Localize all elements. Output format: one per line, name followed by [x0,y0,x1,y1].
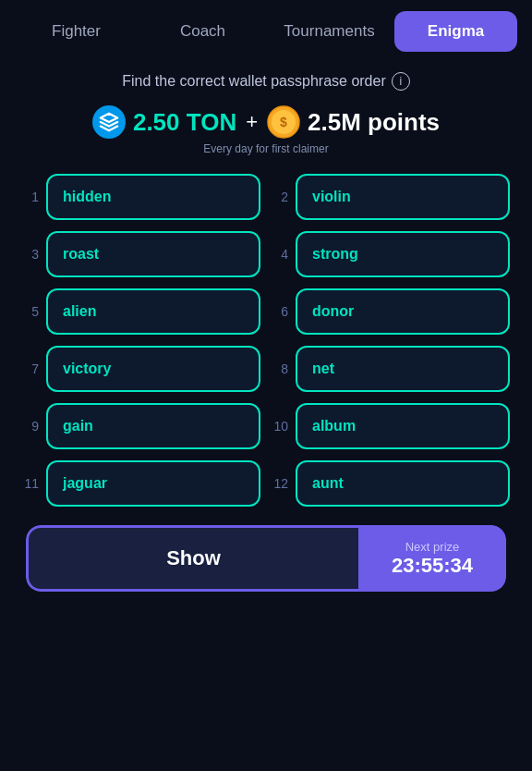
word-number: 12 [272,476,288,491]
countdown-timer: 23:55:34 [392,554,473,578]
word-box[interactable]: victory [46,346,260,392]
word-number: 2 [272,190,288,204]
word-cell-12: 12aunt [272,460,510,507]
instruction-text: Find the correct wallet passphrase order… [22,72,510,91]
plus-sign: + [246,110,258,134]
word-cell-8: 8net [272,346,510,392]
word-box[interactable]: violin [296,174,510,220]
words-grid: 1hidden2violin3roast4strong5alien6donor7… [22,174,510,507]
word-box[interactable]: strong [296,231,510,277]
word-number: 3 [22,247,39,262]
nav-tab-fighter[interactable]: Fighter [15,11,138,52]
word-number: 10 [272,419,288,434]
word-number: 8 [272,361,288,376]
word-number: 6 [272,304,288,319]
info-icon[interactable]: i [392,72,410,91]
word-box[interactable]: donor [296,288,510,335]
nav-tab-coach[interactable]: Coach [141,11,264,52]
ton-badge: 2.50 TON [92,105,236,139]
word-number: 4 [272,247,288,262]
instruction-label: Find the correct wallet passphrase order [122,73,385,90]
next-prize-label: Next prize [405,540,460,554]
word-box[interactable]: jaguar [46,460,260,507]
ton-amount: 2.50 TON [133,108,236,137]
nav-tab-enigma[interactable]: Enigma [394,11,517,52]
word-box[interactable]: gain [46,403,260,449]
word-box[interactable]: roast [46,231,260,277]
word-cell-2: 2violin [272,174,510,220]
word-number: 7 [22,361,39,376]
word-box[interactable]: hidden [46,174,260,220]
subtitle: Every day for first claimer [22,142,510,155]
bottom-bar: Show Next prize 23:55:34 [26,525,506,592]
word-cell-9: 9gain [22,403,260,449]
show-button[interactable]: Show [26,525,358,592]
word-number: 11 [22,476,39,491]
word-number: 9 [22,419,39,434]
word-box[interactable]: album [296,403,510,449]
prize-row: 2.50 TON + $ 2.5M points [22,105,510,139]
points-amount: 2.5M points [308,108,440,137]
word-cell-11: 11jaguar [22,460,260,507]
word-cell-4: 4strong [272,231,510,277]
coin-icon: $ [267,105,300,139]
svg-text:$: $ [280,115,287,129]
word-box[interactable]: alien [46,288,260,335]
word-number: 5 [22,304,39,319]
ton-icon [92,105,126,139]
next-prize-panel: Next prize 23:55:34 [358,525,506,592]
word-box[interactable]: net [296,346,510,392]
word-box[interactable]: aunt [296,460,510,507]
word-cell-1: 1hidden [22,174,260,220]
word-cell-7: 7victory [22,346,260,392]
word-cell-10: 10album [272,403,510,449]
coin-badge: $ 2.5M points [267,105,440,139]
nav-tab-tournaments[interactable]: Tournaments [268,11,391,52]
main-content: Find the correct wallet passphrase order… [0,63,532,610]
word-cell-3: 3roast [22,231,260,277]
word-cell-5: 5alien [22,288,260,335]
word-number: 1 [22,190,39,204]
word-cell-6: 6donor [272,288,510,335]
top-navigation: FighterCoachTournamentsEnigma [0,0,532,63]
